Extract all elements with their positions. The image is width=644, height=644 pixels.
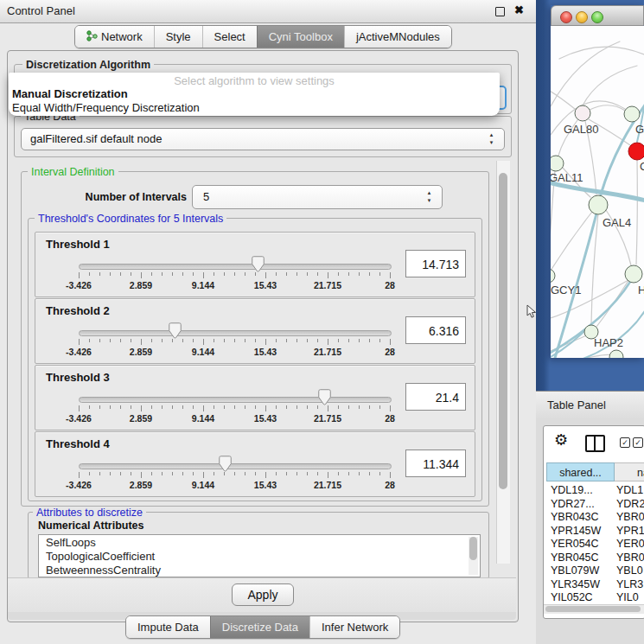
slider-tick (276, 472, 277, 475)
checkbox-icon[interactable]: ✓ (633, 437, 643, 448)
network-window-titlebar[interactable] (551, 5, 644, 26)
network-node-gal11[interactable] (551, 156, 564, 171)
attributes-list-scrollbar-thumb[interactable] (469, 537, 477, 560)
network-node-ga[interactable] (624, 106, 640, 122)
table-data-combo[interactable]: galFiltered.sif default node ▲▼ (21, 128, 505, 150)
slider-tick (390, 405, 391, 411)
column-header-shared-name[interactable]: shared... (546, 462, 615, 481)
network-node-label: GCY1 (551, 284, 581, 296)
threshold-label: Threshold 3 (46, 371, 110, 384)
table-row[interactable]: YLR345WYLR3 (546, 578, 644, 592)
attribute-list-item[interactable]: SelfLoops (39, 536, 480, 550)
tab-select[interactable]: Select (202, 26, 257, 48)
slider-tick (151, 339, 152, 342)
tab-jactivemnodules[interactable]: jActiveMNodules (344, 26, 451, 48)
table-horizontal-scrollbar[interactable] (544, 604, 644, 614)
tab-cyni-toolbox[interactable]: Cyni Toolbox (257, 26, 344, 48)
network-node-h[interactable] (625, 265, 642, 283)
cell-shared-name: YBR045C (551, 552, 599, 564)
attribute-list-item[interactable]: TopologicalCoefficient (39, 550, 480, 564)
slider-tick (390, 272, 391, 278)
threshold-value-field[interactable]: 14.713 (405, 250, 466, 277)
table-row[interactable]: YER054CYER0 (546, 538, 644, 552)
slider-tick-label: 9.144 (175, 413, 231, 424)
network-node-g[interactable] (628, 143, 644, 160)
threshold-slider-track[interactable] (79, 463, 392, 469)
cell-name: YBR0 (616, 511, 644, 523)
dropdown-option-manual-discretization[interactable]: Manual Discretization (12, 87, 496, 101)
zoom-traffic-light-icon[interactable] (591, 11, 603, 23)
settings-scrollbar-thumb[interactable] (499, 173, 507, 489)
table-row[interactable]: YBR043CYBR0 (546, 511, 644, 525)
network-node-label: H (638, 284, 644, 296)
cell-shared-name: YIL052C (551, 591, 593, 603)
slider-tick (224, 339, 225, 342)
slider-tick (379, 339, 380, 342)
close-traffic-light-icon[interactable] (560, 11, 572, 23)
table-row[interactable]: YPR145WYPR1 (546, 525, 644, 539)
network-canvas[interactable]: GAL80GAGGAL11GAL4GCY1HHAP2 (551, 26, 644, 358)
threshold-slider-track[interactable] (79, 330, 392, 336)
slider-tick (307, 472, 308, 475)
column-header-name[interactable]: na (615, 462, 644, 481)
threshold-value-field[interactable]: 11.344 (405, 450, 466, 477)
slider-tick (193, 405, 194, 409)
threshold-slider-thumb[interactable] (318, 389, 331, 405)
slider-tick-label: 9.144 (175, 347, 231, 357)
number-of-intervals-spinner[interactable]: 5 ▲▼ (192, 185, 443, 209)
tab-infer-network[interactable]: Infer Network (309, 616, 399, 638)
threshold-slider-track[interactable] (79, 397, 392, 403)
slider-tick (286, 472, 287, 475)
slider-tick (234, 472, 235, 475)
network-node[interactable] (609, 350, 623, 358)
slider-tick-label: 2.859 (113, 280, 169, 290)
tab-impute-data[interactable]: Impute Data (126, 616, 210, 638)
attribute-list-item[interactable]: BetweennessCentrality (39, 564, 480, 577)
table-row[interactable]: YBR045CYBR0 (546, 552, 644, 565)
settings-scrollbar[interactable] (496, 161, 510, 564)
slider-tick (317, 405, 318, 409)
tab-network[interactable]: Network (75, 26, 154, 48)
slider-tick (214, 272, 214, 276)
dropdown-option-equal-width-frequency-discretization[interactable]: Equal Width/Frequency Discretization (12, 101, 496, 115)
threshold-slider-thumb[interactable] (219, 456, 232, 472)
threshold-slider-track[interactable] (79, 264, 392, 270)
cell-shared-name: YPR145W (551, 525, 601, 537)
float-window-icon[interactable] (495, 7, 505, 16)
threshold-slider-thumb[interactable] (252, 256, 265, 272)
slider-tick (245, 405, 245, 409)
slider-tick (131, 472, 131, 475)
table-hscrollbar-thumb[interactable] (545, 606, 641, 612)
numerical-attributes-list[interactable]: SelfLoopsTopologicalCoefficientBetweenne… (38, 534, 481, 577)
network-node-gal4[interactable] (589, 195, 608, 214)
gear-icon[interactable]: ⚙ (554, 430, 568, 450)
slider-tick (359, 339, 360, 342)
tab-style[interactable]: Style (154, 26, 202, 48)
threshold-value-field[interactable]: 21.4 (405, 383, 466, 411)
minimize-traffic-light-icon[interactable] (576, 11, 588, 23)
column-layout-icon[interactable] (585, 435, 605, 452)
threshold-value-field[interactable]: 6.316 (405, 316, 466, 344)
table-row[interactable]: YDR27...YDR2 (546, 498, 644, 512)
network-node-gal80[interactable] (575, 105, 590, 121)
slider-tick-label: 15.43 (238, 280, 293, 290)
slider-tick (172, 472, 173, 475)
tab-discretize-data[interactable]: Discretize Data (210, 616, 309, 638)
table-row[interactable]: YIL052CYIL0 (546, 591, 644, 605)
close-icon[interactable]: ✖ (514, 3, 524, 16)
attributes-list-scrollbar[interactable] (469, 537, 478, 575)
tab-label: Network (101, 30, 143, 43)
network-node-gcy1[interactable] (551, 269, 555, 283)
slider-tick (151, 472, 152, 475)
apply-button[interactable]: Apply (232, 583, 294, 606)
slider-tick-label: -3.426 (51, 480, 106, 490)
slider-tick (245, 472, 245, 475)
slider-tick (120, 405, 121, 409)
table-row[interactable]: YDL19...YDL1 (546, 484, 644, 498)
threshold-slider-thumb[interactable] (169, 322, 182, 339)
checkbox-icon[interactable]: ✓ (620, 437, 630, 448)
table-row[interactable]: YBL079WYBL0 (546, 564, 644, 578)
cell-shared-name: YLR345W (551, 578, 600, 590)
table-panel-titlebar: Table Panel (536, 391, 644, 420)
tab-label: Impute Data (137, 621, 199, 634)
